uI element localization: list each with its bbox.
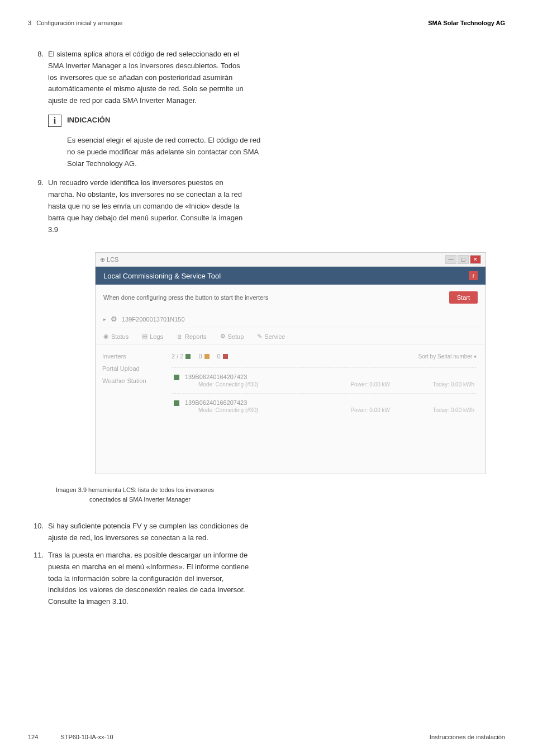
section-title: Configuración inicial y arranque [36, 20, 122, 26]
service-icon: ✎ [257, 333, 262, 340]
count-red: 0 [217, 353, 228, 360]
instruction-text: When done configuring press the button t… [103, 294, 268, 301]
power-label: Power: [350, 407, 368, 413]
mode-value: Connecting (#30) [216, 407, 259, 413]
list-number: 9. [28, 177, 44, 235]
window-icon: ⊕ [100, 256, 105, 263]
info-icon-box: i [48, 115, 61, 127]
today-label: Today: [433, 407, 449, 413]
list-text: Un recuadro verde identifica los inverso… [48, 177, 249, 235]
lcs-screenshot: ⊕ LCS — ▢ ✕ Local Commissioning & Servic… [95, 252, 486, 474]
window-title: LCS [107, 256, 118, 263]
list-number: 8. [28, 49, 44, 107]
sidebar-item-weather[interactable]: Weather Station [102, 377, 156, 384]
device-id: 139F2000013701N150 [122, 316, 185, 323]
status-square-icon [174, 400, 179, 406]
setup-icon: ⚙ [220, 333, 226, 340]
section-number: 3 [28, 20, 31, 26]
caption-line2: conectados al SMA Inverter Manager [56, 495, 505, 504]
info-icon: i [54, 116, 56, 126]
maximize-button[interactable]: ▢ [458, 255, 469, 264]
logs-icon: ▤ [142, 333, 147, 340]
caption-line1: Imagen 3.9 herramienta LCS: lista de tod… [56, 485, 505, 495]
tab-reports[interactable]: 🗎 Reports [177, 333, 207, 340]
power-value: 0.00 kW [369, 407, 390, 413]
green-square-icon [185, 354, 191, 359]
reports-icon: 🗎 [177, 333, 183, 340]
mode-value: Connecting (#30) [216, 381, 259, 388]
count-green: 2 / 2 [172, 353, 191, 360]
footer-right: Instrucciones de instalación [430, 734, 505, 740]
power-label: Power: [350, 381, 368, 388]
mode-label: Mode: [198, 381, 214, 388]
app-title: Local Commissioning & Service Tool [103, 272, 221, 280]
doc-id: STP60-10-IA-xx-10 [60, 734, 113, 740]
today-value: 0.00 kWh [451, 381, 474, 388]
tab-logs[interactable]: ▤ Logs [142, 333, 163, 340]
red-square-icon [223, 354, 228, 359]
count-orange: 0 [198, 353, 209, 360]
list-number: 10. [28, 521, 44, 544]
orange-square-icon [204, 354, 210, 359]
collapse-caret-icon[interactable]: ▸ [103, 316, 106, 322]
sidebar-item-inverters[interactable]: Inverters [102, 353, 156, 360]
minimize-button[interactable]: — [445, 255, 456, 264]
info-badge-icon[interactable]: i [469, 271, 478, 280]
status-square-icon [174, 375, 179, 380]
device-icon: ⚙ [111, 315, 117, 323]
power-value: 0.00 kW [369, 381, 390, 388]
tab-service[interactable]: ✎ Service [257, 333, 285, 340]
list-text: Si hay suficiente potencia FV y se cumpl… [48, 521, 249, 544]
info-text: Es esencial elegir el ajuste de red corr… [67, 135, 268, 169]
mode-label: Mode: [198, 407, 214, 413]
start-button[interactable]: Start [449, 291, 478, 304]
today-label: Today: [433, 381, 449, 388]
company-name: SMA Solar Technology AG [428, 20, 505, 26]
today-value: 0.00 kWh [451, 407, 474, 413]
page-number: 124 [28, 734, 38, 740]
inverter-serial: 139B06240166207423 [185, 399, 308, 406]
info-title: INDICACIÓN [67, 116, 110, 127]
list-text: El sistema aplica ahora el código de red… [48, 49, 249, 107]
list-text: Tras la puesta en marcha, es posible des… [48, 550, 249, 608]
tab-status[interactable]: ◉ Status [103, 333, 129, 340]
close-button[interactable]: ✕ [470, 255, 481, 264]
inverter-serial: 139B06240164207423 [185, 374, 308, 380]
tab-setup[interactable]: ⚙ Setup [220, 333, 244, 340]
inverter-card: 139B06240166207423 Mode: Connecting (#30… [172, 393, 477, 419]
status-icon: ◉ [103, 333, 109, 340]
inverter-card: 139B06240164207423 Mode: Connecting (#30… [172, 367, 477, 393]
list-number: 11. [28, 550, 44, 608]
sort-dropdown[interactable]: Sort by Serial number ▾ [418, 353, 477, 360]
sidebar-item-portal[interactable]: Portal Upload [102, 365, 156, 372]
